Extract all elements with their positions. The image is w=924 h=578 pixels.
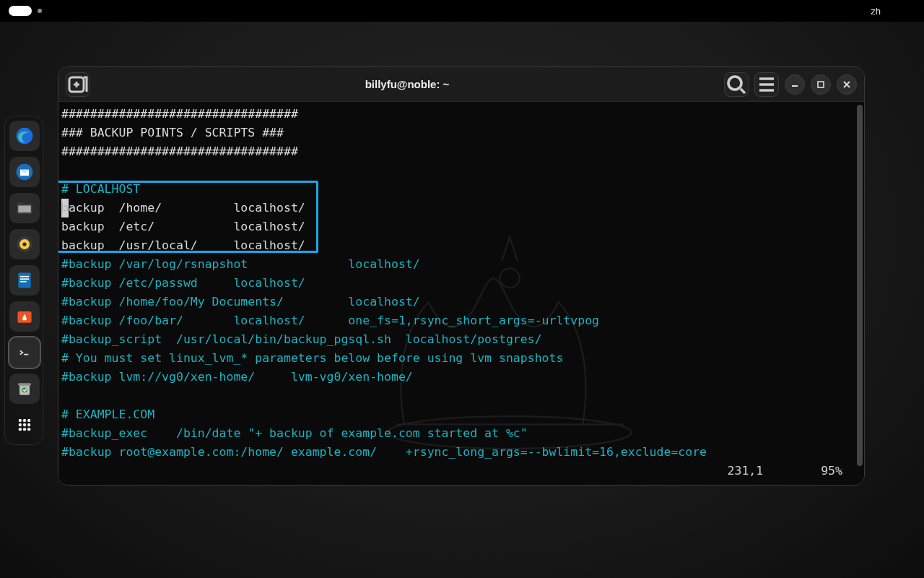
terminal-window: billyfu@noble: ~: [58, 66, 865, 486]
svg-rect-18: [22, 318, 26, 321]
svg-rect-8: [17, 202, 24, 205]
dock-trash[interactable]: [9, 374, 40, 404]
dock-rhythmbox[interactable]: [9, 229, 40, 259]
vim-status-line: 231,1 95%: [728, 462, 842, 480]
terminal-line: #backup /var/log/rsnapshot localhost/: [61, 255, 855, 274]
terminal-line: #backup /etc/passwd localhost/: [61, 274, 855, 293]
svg-point-27: [23, 423, 26, 426]
terminal-line: #################################: [61, 105, 855, 124]
dock-thunderbird[interactable]: [9, 157, 40, 187]
svg-rect-21: [18, 383, 31, 386]
terminal-body[interactable]: #################################### BAC…: [58, 102, 864, 485]
scrollbar[interactable]: [857, 105, 863, 466]
terminal-line: # LOCALHOST: [61, 180, 855, 199]
dock-libreoffice-writer[interactable]: [9, 265, 40, 296]
dock-terminal[interactable]: [9, 337, 40, 368]
status-percent: 95%: [821, 462, 842, 480]
svg-rect-16: [20, 281, 27, 282]
svg-rect-9: [18, 206, 31, 213]
terminal-content[interactable]: #################################### BAC…: [61, 102, 855, 485]
dock-edge-browser[interactable]: [9, 121, 40, 151]
terminal-line: #backup /home/foo/My Documents/ localhos…: [61, 293, 855, 311]
svg-rect-14: [20, 276, 29, 277]
terminal-line: # You must set linux_lvm_* parameters be…: [61, 349, 855, 368]
svg-point-25: [27, 419, 30, 422]
terminal-line: #backup root@example.com:/home/ example.…: [61, 443, 855, 462]
close-button[interactable]: [837, 74, 857, 95]
minimize-button[interactable]: [785, 74, 805, 95]
dock-show-apps[interactable]: [9, 410, 40, 440]
top-bar: zh: [0, 0, 924, 22]
activities-pill[interactable]: [9, 6, 32, 16]
terminal-line: backup /usr/local/ localhost/: [61, 236, 855, 255]
terminal-line: #################################: [61, 142, 855, 161]
svg-point-26: [19, 423, 22, 426]
terminal-line: backup /etc/ localhost/: [61, 217, 855, 236]
dock: [4, 116, 43, 445]
terminal-line: [61, 161, 855, 180]
svg-rect-15: [20, 278, 29, 280]
svg-rect-19: [17, 346, 32, 359]
search-button[interactable]: [724, 72, 749, 97]
menu-button[interactable]: [754, 72, 779, 97]
terminal-line: #backup /foo/bar/ localhost/ one_fs=1,rs…: [61, 311, 855, 330]
terminal-line: #backup lvm://vg0/xen-home/ lvm-vg0/xen-…: [61, 368, 855, 387]
terminal-line: ### BACKUP POINTS / SCRIPTS ###: [61, 124, 855, 142]
input-method-indicator[interactable]: zh: [871, 6, 881, 17]
svg-point-28: [27, 423, 30, 426]
terminal-line: [61, 387, 855, 405]
svg-point-24: [23, 419, 26, 422]
svg-point-29: [19, 428, 22, 431]
new-tab-button[interactable]: [66, 72, 90, 97]
svg-rect-13: [18, 273, 31, 288]
maximize-button[interactable]: [811, 74, 831, 95]
window-title: billyfu@noble: ~: [90, 78, 724, 90]
svg-point-23: [19, 419, 22, 422]
dock-files[interactable]: [9, 193, 40, 223]
terminal-line: bbackup /home/ localhost/: [61, 199, 855, 217]
workspace-dot: [38, 9, 42, 13]
svg-point-31: [27, 428, 30, 431]
titlebar: billyfu@noble: ~: [58, 67, 864, 102]
dock-software-center[interactable]: [9, 301, 40, 332]
svg-rect-34: [818, 82, 824, 87]
svg-point-12: [22, 242, 26, 246]
status-position: 231,1: [728, 462, 764, 480]
svg-point-33: [728, 77, 741, 90]
svg-point-30: [23, 428, 26, 431]
terminal-line: #backup_script /usr/local/bin/backup_pgs…: [61, 330, 855, 349]
terminal-line: # EXAMPLE.COM: [61, 405, 855, 424]
terminal-line: #backup_exec /bin/date "+ backup of exam…: [61, 424, 855, 443]
